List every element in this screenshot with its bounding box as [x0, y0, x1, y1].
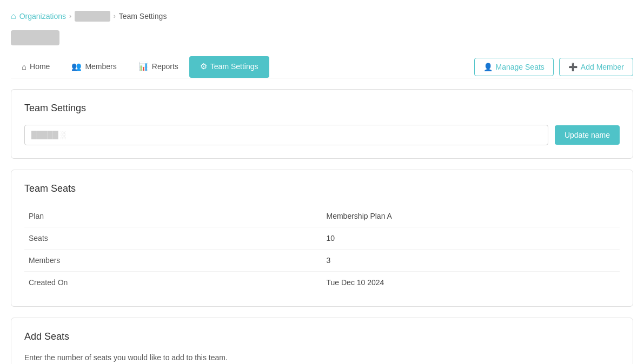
home-breadcrumb-icon: ⌂ — [11, 11, 16, 21]
seats-table: Plan Membership Plan A Seats 10 Members … — [24, 205, 620, 293]
team-settings-panel: Team Settings Update name — [11, 89, 633, 159]
team-settings-tab-icon: ⚙ — [200, 62, 207, 71]
table-row: Created On Tue Dec 10 2024 — [24, 272, 620, 294]
home-tab-icon: ⌂ — [22, 62, 26, 71]
nav-tabs: ⌂ Home 👥 Members 📊 Reports ⚙ Team Settin… — [11, 56, 633, 78]
nav-tabs-left: ⌂ Home 👥 Members 📊 Reports ⚙ Team Settin… — [11, 56, 269, 78]
team-settings-title: Team Settings — [24, 103, 620, 114]
row-value: 10 — [322, 227, 620, 250]
tab-reports[interactable]: 📊 Reports — [128, 56, 189, 78]
add-seats-panel: Add Seats Enter the number of seats you … — [11, 318, 633, 364]
table-row: Members 3 — [24, 250, 620, 272]
nav-actions: 👤 Manage Seats ➕ Add Member — [474, 58, 633, 76]
team-name-row: Update name — [24, 125, 620, 145]
add-member-button[interactable]: ➕ Add Member — [559, 58, 633, 76]
row-label: Members — [24, 250, 322, 272]
manage-seats-button[interactable]: 👤 Manage Seats — [474, 58, 554, 76]
update-name-button[interactable]: Update name — [555, 125, 620, 145]
row-label: Created On — [24, 272, 322, 294]
table-row: Seats 10 — [24, 227, 620, 250]
reports-tab-icon: 📊 — [138, 62, 149, 71]
tab-members-label: Members — [85, 62, 116, 71]
tab-home-label: Home — [30, 62, 50, 71]
tab-reports-label: Reports — [152, 62, 178, 71]
tab-team-settings[interactable]: ⚙ Team Settings — [189, 56, 269, 78]
team-seats-panel: Team Seats Plan Membership Plan A Seats … — [11, 170, 633, 307]
breadcrumb: ⌂ Organizations › █████ › Team Settings — [11, 11, 633, 22]
breadcrumb-current: Team Settings — [119, 12, 167, 21]
add-member-icon: ➕ — [568, 63, 577, 71]
add-member-label: Add Member — [581, 63, 624, 71]
team-seats-title: Team Seats — [24, 183, 620, 194]
add-seats-description: Enter the number of seats you would like… — [24, 353, 620, 362]
members-tab-icon: 👥 — [71, 62, 82, 71]
breadcrumb-sep-2: › — [114, 12, 116, 20]
row-label: Seats — [24, 227, 322, 250]
row-label: Plan — [24, 205, 322, 227]
row-value: 3 — [322, 250, 620, 272]
add-seats-title: Add Seats — [24, 331, 620, 342]
row-value: Tue Dec 10 2024 — [322, 272, 620, 294]
table-row: Plan Membership Plan A — [24, 205, 620, 227]
tab-home[interactable]: ⌂ Home — [11, 57, 61, 78]
team-name-input[interactable] — [24, 125, 548, 145]
breadcrumb-organizations[interactable]: Organizations — [19, 12, 66, 21]
breadcrumb-sep-1: › — [69, 12, 71, 20]
team-header-logo — [11, 30, 59, 45]
manage-seats-icon: 👤 — [483, 63, 493, 71]
row-value: Membership Plan A — [322, 205, 620, 227]
manage-seats-label: Manage Seats — [496, 63, 545, 71]
tab-team-settings-label: Team Settings — [210, 62, 258, 71]
tab-members[interactable]: 👥 Members — [61, 56, 127, 78]
breadcrumb-team-blurred: █████ — [75, 11, 110, 22]
